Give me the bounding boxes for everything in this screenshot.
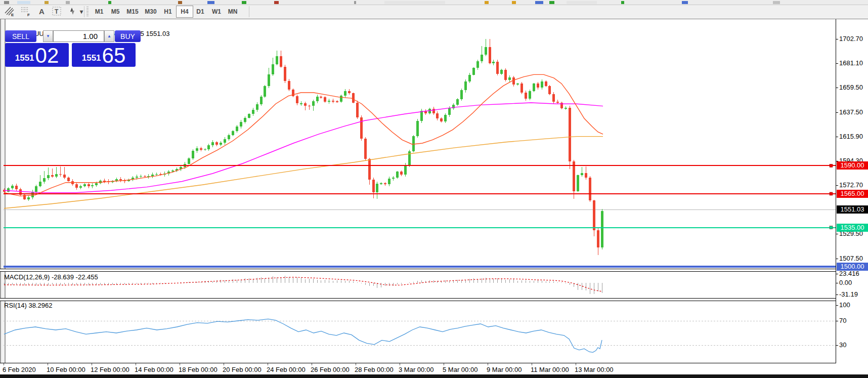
- time-tick-label: 20 Feb 00:00: [223, 366, 262, 373]
- grid-dots-f-tool-icon[interactable]: F: [20, 6, 34, 18]
- timeframe-button-mn[interactable]: MN: [225, 6, 241, 18]
- chart-window[interactable]: ▲XAUUSD-,H4 1557.83 1560.66 1549.05 1551…: [0, 19, 868, 375]
- text-label-tool-glyph: A: [36, 6, 48, 17]
- timeframe-button-h4[interactable]: H4: [176, 6, 193, 18]
- price-tick-label: 1659.50: [839, 83, 863, 91]
- price-tick: [836, 259, 838, 259]
- rsi-tick-label: 30: [839, 341, 846, 349]
- macd-tick-label: 0.00: [839, 279, 852, 286]
- macd-tick: [836, 274, 838, 274]
- price-tick-label: 1637.50: [839, 108, 863, 116]
- time-tick: [4, 363, 4, 365]
- panel-divider[interactable]: [0, 269, 868, 272]
- macd-tick: [836, 283, 838, 283]
- partial-icon: [682, 1, 688, 4]
- level-price-badge: 1590.00: [837, 161, 868, 170]
- toolbar-gripper[interactable]: [86, 7, 89, 17]
- price-tick-label: 1507.50: [839, 255, 863, 262]
- partial-icon: [66, 1, 70, 4]
- current-price-badge: 1551.03: [837, 205, 868, 214]
- time-tick-label: 11 Mar 00:00: [531, 366, 569, 373]
- timeframe-button-m5[interactable]: M5: [107, 6, 123, 18]
- macd-tick-label: -31.19: [839, 290, 858, 298]
- time-tick: [400, 363, 400, 365]
- time-tick: [48, 363, 48, 365]
- chart-plot[interactable]: [0, 19, 868, 375]
- time-tick-label: 13 Mar 00:00: [575, 366, 614, 373]
- svg-text:T: T: [55, 8, 59, 15]
- partial-icon: [207, 1, 214, 4]
- time-axis[interactable]: 6 Feb 202010 Feb 00:0012 Feb 00:0014 Feb…: [0, 363, 868, 375]
- partial-icon: [535, 1, 543, 4]
- price-tick: [836, 88, 838, 88]
- toolbar: EFAT▾ M1M5M15M30H1H4D1W1MN: [0, 5, 868, 19]
- upper-toolbar-partial: [0, 0, 868, 5]
- partial-icon: [354, 1, 356, 4]
- mt4-window: EFAT▾ M1M5M15M30H1H4D1W1MN ▲XAUUSD-,H4 1…: [0, 0, 868, 378]
- time-tick-label: 3 Mar 00:00: [399, 366, 433, 373]
- rsi-label: RSI(14) 38.2962: [4, 302, 52, 309]
- ma-fast-orangered: [4, 74, 603, 196]
- grid-dots-f-tool-glyph: F: [20, 6, 31, 17]
- time-tick-label: 28 Feb 00:00: [355, 366, 394, 373]
- partial-icon: [773, 1, 780, 4]
- timeframe-button-h1[interactable]: H1: [160, 6, 176, 18]
- timeframe-button-w1[interactable]: W1: [208, 6, 225, 18]
- panel-divider[interactable]: [0, 298, 868, 301]
- time-tick-label: 9 Mar 00:00: [487, 366, 522, 373]
- partial-icon: [274, 1, 279, 4]
- crosshair-hatch-e-tool-icon[interactable]: E: [4, 6, 18, 18]
- text-box-tool-icon[interactable]: T: [52, 6, 66, 18]
- time-tick-label: 6 Feb 2020: [3, 366, 36, 373]
- time-tick-label: 10 Feb 00:00: [47, 366, 85, 373]
- toolbar-separator: [84, 6, 84, 17]
- time-tick-label: 12 Feb 00:00: [91, 366, 129, 373]
- rsi-tick-label: 70: [839, 317, 846, 324]
- time-tick: [92, 363, 92, 365]
- partial-icon: [512, 1, 516, 4]
- toolbar-separator: [249, 6, 249, 17]
- macd-tick-label: 23.416: [839, 270, 859, 277]
- rsi-tick: [836, 321, 838, 321]
- rsi-tick: [836, 305, 838, 306]
- partial-icon: [485, 1, 489, 4]
- crosshair-hatch-e-tool-glyph: E: [4, 6, 15, 17]
- time-tick: [356, 363, 356, 365]
- price-tick-label: 1572.70: [839, 181, 863, 189]
- macd-tick: [836, 295, 838, 295]
- timeframe-button-m1[interactable]: M1: [91, 6, 107, 18]
- price-tick: [836, 112, 838, 113]
- partial-icon: [621, 1, 624, 4]
- bottom-window-edge: [0, 374, 868, 378]
- level-price-badge: 1535.00: [837, 224, 868, 232]
- partial-icon: [45, 1, 49, 4]
- ma-slow-orange: [4, 137, 603, 208]
- time-tick: [576, 363, 576, 365]
- time-tick-label: 18 Feb 00:00: [179, 366, 218, 373]
- ma-mid-magenta: [4, 103, 603, 193]
- macd-label: MACD(12,26,9) -28.639 -22.455: [4, 273, 98, 281]
- timeframe-button-m30[interactable]: M30: [142, 6, 160, 18]
- svg-text:F: F: [27, 13, 30, 17]
- svg-text:E: E: [11, 13, 14, 17]
- price-tick: [836, 63, 838, 64]
- partial-icon: [17, 1, 30, 4]
- arrange-symbols-tool-glyph: [67, 6, 78, 17]
- rsi-tick: [836, 345, 838, 346]
- level-price-badge: 1565.00: [837, 190, 868, 198]
- partial-icon: [4, 1, 9, 4]
- price-tick: [836, 137, 838, 137]
- timeframe-button-m15[interactable]: M15: [123, 6, 142, 18]
- partial-icon: [567, 1, 597, 4]
- time-tick-label: 26 Feb 00:00: [311, 366, 350, 373]
- price-axis[interactable]: 1702.701681.101659.501637.501615.901594.…: [836, 19, 868, 363]
- price-tick: [836, 39, 838, 39]
- time-tick: [180, 363, 180, 365]
- text-label-tool-icon[interactable]: A: [36, 6, 51, 18]
- time-tick: [136, 363, 136, 365]
- time-tick-label: 5 Mar 00:00: [443, 366, 478, 373]
- time-tick: [444, 363, 444, 365]
- time-tick: [268, 363, 268, 365]
- partial-icon: [108, 1, 111, 4]
- timeframe-button-d1[interactable]: D1: [192, 6, 208, 18]
